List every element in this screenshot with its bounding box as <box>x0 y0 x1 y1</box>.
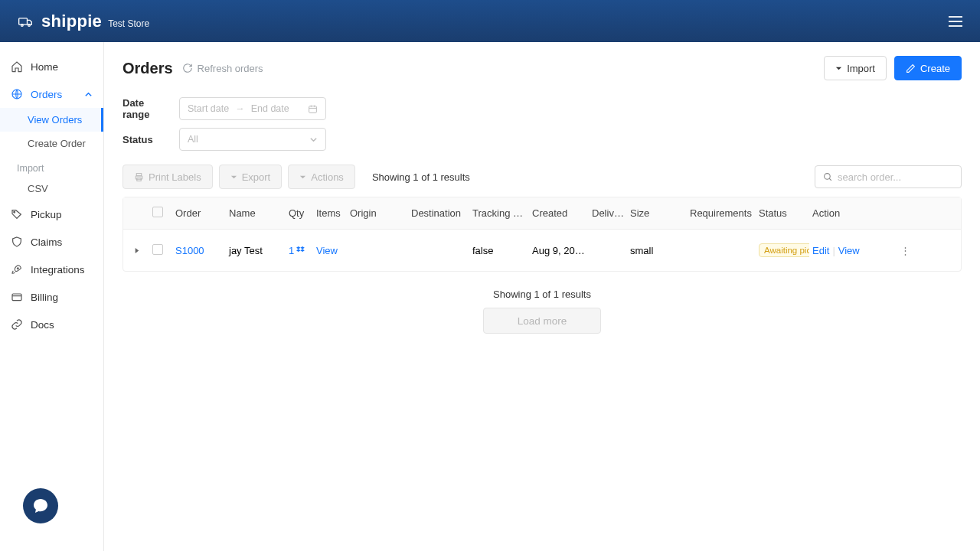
sidebar-label: Billing <box>31 292 58 303</box>
row-checkbox[interactable] <box>152 244 163 255</box>
col-order: Order <box>172 207 226 219</box>
col-requirements: Requirements <box>687 207 756 219</box>
link-icon <box>11 318 23 331</box>
chevron-down-icon <box>309 135 318 144</box>
cell-created: Aug 9, 202... <box>529 245 589 256</box>
table-header: Order Name Qty Items Origin Destination … <box>123 197 961 230</box>
caret-down-icon <box>299 174 306 181</box>
results-summary: Showing 1 of 1 results <box>372 171 470 183</box>
row-expand[interactable] <box>123 247 149 254</box>
actions-button[interactable]: Actions <box>288 165 355 189</box>
pencil-icon <box>906 64 916 73</box>
svg-point-1 <box>21 24 24 26</box>
row-more-menu[interactable]: ⋮ <box>893 245 916 256</box>
sidebar-label: Docs <box>31 319 54 331</box>
create-button[interactable]: Create <box>894 56 962 80</box>
sidebar-label: Orders <box>31 89 62 100</box>
cell-status: Awaiting picku <box>756 243 809 257</box>
search-icon <box>823 172 833 182</box>
col-qty: Qty <box>286 207 313 219</box>
shield-icon <box>11 236 23 248</box>
content-area: Orders Refresh orders Import Create <box>104 42 980 551</box>
status-filter-label: Status <box>122 134 170 145</box>
svg-point-8 <box>17 268 18 269</box>
view-link[interactable]: View <box>838 245 860 256</box>
tag-icon <box>11 208 23 220</box>
sidebar: Home Orders View Orders Create Order Imp… <box>0 42 104 551</box>
sidebar-item-claims[interactable]: Claims <box>0 228 103 256</box>
items-view-link[interactable]: View <box>313 245 347 256</box>
status-badge: Awaiting picku <box>759 243 809 257</box>
col-size: Size <box>627 207 687 219</box>
page-title: Orders <box>122 60 173 77</box>
search-input[interactable]: search order... <box>815 165 962 188</box>
col-items: Items <box>313 207 347 219</box>
select-all-checkbox[interactable] <box>152 207 163 217</box>
svg-line-19 <box>829 178 831 181</box>
brand-name: shippie <box>41 11 102 31</box>
sidebar-label: Claims <box>31 236 62 248</box>
sidebar-item-docs[interactable]: Docs <box>0 311 103 338</box>
sidebar-label: Pickup <box>31 209 62 220</box>
menu-icon[interactable] <box>948 15 963 28</box>
sidebar-sub-csv[interactable]: CSV <box>0 177 103 201</box>
import-button[interactable]: Import <box>824 56 887 80</box>
globe-icon <box>11 88 23 100</box>
col-destination: Destination <box>408 207 469 219</box>
sidebar-item-home[interactable]: Home <box>0 53 103 80</box>
home-icon <box>11 60 23 73</box>
brand: shippie Test Store <box>17 11 149 31</box>
status-select[interactable]: All <box>179 128 326 151</box>
arrow-right-icon: → <box>235 103 245 114</box>
order-id-link[interactable]: S1000 <box>172 245 226 256</box>
top-header: shippie Test Store <box>0 0 980 42</box>
svg-point-18 <box>825 173 831 179</box>
col-origin: Origin <box>347 207 408 219</box>
col-tracking: Tracking Link <box>469 207 529 219</box>
svg-rect-15 <box>136 173 142 175</box>
sidebar-label: Integrations <box>31 264 85 276</box>
box-truck-icon <box>17 14 34 29</box>
rocket-icon <box>11 263 23 276</box>
sidebar-item-billing[interactable]: Billing <box>0 283 103 311</box>
chat-icon <box>31 497 50 515</box>
svg-rect-0 <box>19 18 28 24</box>
card-icon <box>11 291 23 303</box>
cell-size: small <box>627 245 687 256</box>
sidebar-item-orders[interactable]: Orders <box>0 80 103 108</box>
date-range-picker[interactable]: Start date → End date <box>179 97 326 120</box>
chat-fab[interactable] <box>23 488 58 523</box>
svg-point-2 <box>28 24 31 26</box>
load-more-button[interactable]: Load more <box>483 308 601 334</box>
svg-rect-9 <box>12 294 21 301</box>
svg-rect-11 <box>309 106 317 112</box>
edit-link[interactable]: Edit <box>812 245 829 256</box>
table-row: S1000 jay Test 1 View false Aug 9, 202..… <box>123 230 961 271</box>
sidebar-item-pickup[interactable]: Pickup <box>0 201 103 228</box>
refresh-icon <box>182 63 193 73</box>
start-date-ph: Start date <box>188 103 229 114</box>
cell-name: jay Test <box>226 245 286 256</box>
printer-icon <box>134 172 144 182</box>
sidebar-label: Home <box>31 61 58 73</box>
export-button[interactable]: Export <box>219 165 283 189</box>
sidebar-sub-view-orders[interactable]: View Orders <box>0 108 103 132</box>
footer-results: Showing 1 of 1 results <box>122 289 962 300</box>
col-status: Status <box>756 207 809 219</box>
sidebar-sub-create-order[interactable]: Create Order <box>0 132 103 155</box>
col-name: Name <box>226 207 286 219</box>
cell-tracking: false <box>469 245 529 256</box>
svg-point-7 <box>14 211 15 213</box>
refresh-orders[interactable]: Refresh orders <box>182 63 263 74</box>
print-labels-button[interactable]: Print Labels <box>122 165 213 189</box>
end-date-ph: End date <box>251 103 289 114</box>
col-action: Action <box>809 207 893 219</box>
caret-down-icon <box>230 174 237 181</box>
cell-qty[interactable]: 1 <box>286 245 313 256</box>
caret-down-icon <box>835 65 842 72</box>
sidebar-heading-import: Import <box>0 155 103 177</box>
orders-table: Order Name Qty Items Origin Destination … <box>122 197 962 272</box>
calendar-icon <box>308 104 318 114</box>
sidebar-item-integrations[interactable]: Integrations <box>0 256 103 283</box>
chevron-up-icon <box>84 90 93 99</box>
